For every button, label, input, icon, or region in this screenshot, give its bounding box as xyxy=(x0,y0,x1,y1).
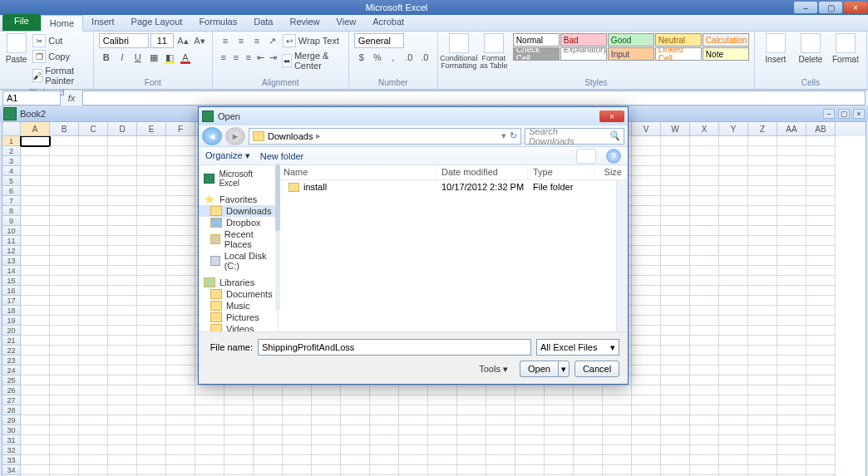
sidebar-item-downloads[interactable]: Downloads xyxy=(199,205,278,217)
orientation-button[interactable]: ↗ xyxy=(265,33,280,48)
cell[interactable] xyxy=(632,415,661,425)
cell[interactable] xyxy=(748,266,777,276)
align-top-button[interactable]: ≡ xyxy=(218,33,233,48)
cell[interactable] xyxy=(690,226,719,236)
sidebar-item-videos[interactable]: Videos xyxy=(199,323,278,331)
cell[interactable] xyxy=(195,385,224,395)
cell[interactable] xyxy=(137,296,166,306)
cell[interactable] xyxy=(137,206,166,216)
cell[interactable] xyxy=(545,465,574,475)
cell[interactable] xyxy=(632,266,661,276)
cell[interactable] xyxy=(21,465,50,475)
cell[interactable] xyxy=(79,455,108,465)
cell[interactable] xyxy=(79,286,108,296)
cell[interactable] xyxy=(137,256,166,266)
cell[interactable] xyxy=(719,276,748,286)
cell[interactable] xyxy=(806,246,836,256)
increase-font-button[interactable]: A▴ xyxy=(175,33,190,48)
cell[interactable] xyxy=(224,435,254,445)
cell[interactable] xyxy=(748,236,777,246)
cell[interactable] xyxy=(137,415,166,425)
style-linked-cell[interactable]: Linked Cell xyxy=(655,47,702,61)
cell[interactable] xyxy=(166,356,195,366)
cell[interactable] xyxy=(545,415,574,425)
cell[interactable] xyxy=(21,385,50,395)
cell[interactable] xyxy=(195,405,224,415)
cell[interactable] xyxy=(690,336,719,346)
cell[interactable] xyxy=(690,385,719,395)
fx-button[interactable]: fx xyxy=(64,91,79,106)
cell[interactable] xyxy=(108,186,137,196)
cell[interactable] xyxy=(632,465,661,475)
cell[interactable] xyxy=(748,306,777,316)
cell[interactable] xyxy=(777,196,806,206)
cell[interactable] xyxy=(632,306,661,316)
nav-forward-button[interactable]: ► xyxy=(225,127,245,145)
cell[interactable] xyxy=(690,296,719,306)
cell[interactable] xyxy=(166,246,195,256)
cell[interactable] xyxy=(748,206,777,216)
cell[interactable] xyxy=(457,435,486,445)
cell[interactable] xyxy=(21,346,50,356)
comma-button[interactable]: , xyxy=(386,50,401,65)
cell[interactable] xyxy=(690,306,719,316)
cell[interactable] xyxy=(254,435,283,445)
italic-button[interactable]: I xyxy=(115,50,130,65)
delete-cells-button[interactable]: Delete xyxy=(795,33,826,64)
currency-button[interactable]: $ xyxy=(354,50,369,65)
cell[interactable] xyxy=(719,435,748,445)
cell[interactable] xyxy=(79,385,108,395)
cell[interactable] xyxy=(632,146,661,156)
cell[interactable] xyxy=(312,405,341,415)
cell[interactable] xyxy=(661,455,690,465)
cell[interactable] xyxy=(806,336,836,346)
row-header[interactable]: 8 xyxy=(2,206,21,216)
cell[interactable] xyxy=(21,286,50,296)
cell[interactable] xyxy=(224,395,254,405)
cell[interactable] xyxy=(108,395,137,405)
column-header[interactable]: W xyxy=(661,122,690,136)
cell[interactable] xyxy=(632,316,661,326)
cell[interactable] xyxy=(108,296,137,306)
cell[interactable] xyxy=(777,216,806,226)
sidebar-item-favorites[interactable]: Favorites xyxy=(199,194,278,205)
cell[interactable] xyxy=(574,415,603,425)
cell[interactable] xyxy=(79,445,108,455)
cell[interactable] xyxy=(661,326,690,336)
cell[interactable] xyxy=(719,346,748,356)
cell[interactable] xyxy=(166,226,195,236)
cell[interactable] xyxy=(399,435,428,445)
cell[interactable] xyxy=(108,375,137,385)
cell[interactable] xyxy=(632,296,661,306)
cell[interactable] xyxy=(777,316,806,326)
fill-color-button[interactable]: ◧ xyxy=(162,50,177,65)
cell[interactable] xyxy=(137,246,166,256)
cell[interactable] xyxy=(283,445,312,455)
cell[interactable] xyxy=(137,136,166,146)
sidebar-item-local-c-1[interactable]: Local Disk (C:) xyxy=(199,250,278,272)
cell[interactable] xyxy=(719,186,748,196)
cell[interactable] xyxy=(690,425,719,435)
cell[interactable] xyxy=(661,415,690,425)
cell[interactable] xyxy=(748,166,777,176)
cell[interactable] xyxy=(748,316,777,326)
cell[interactable] xyxy=(719,246,748,256)
cell[interactable] xyxy=(748,415,777,425)
cell[interactable] xyxy=(50,296,79,306)
cell[interactable] xyxy=(166,435,195,445)
cell[interactable] xyxy=(166,266,195,276)
cell[interactable] xyxy=(79,326,108,336)
cell[interactable] xyxy=(777,276,806,286)
cell[interactable] xyxy=(806,435,836,445)
cell[interactable] xyxy=(690,395,719,405)
cell[interactable] xyxy=(777,186,806,196)
cell[interactable] xyxy=(399,385,428,395)
cell[interactable] xyxy=(806,226,836,236)
cell[interactable] xyxy=(661,435,690,445)
cell[interactable] xyxy=(603,425,632,435)
wb-minimize-button[interactable]: – xyxy=(823,109,835,119)
cell[interactable] xyxy=(748,176,777,186)
cell[interactable] xyxy=(690,415,719,425)
cell[interactable] xyxy=(661,166,690,176)
cell[interactable] xyxy=(166,196,195,206)
